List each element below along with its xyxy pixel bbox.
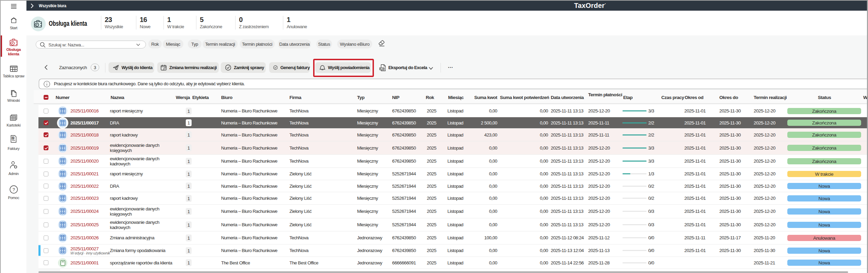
svg-text:XLSX: XLSX (380, 68, 384, 70)
svg-text:?: ? (12, 187, 15, 192)
svg-text:$: $ (12, 137, 14, 140)
